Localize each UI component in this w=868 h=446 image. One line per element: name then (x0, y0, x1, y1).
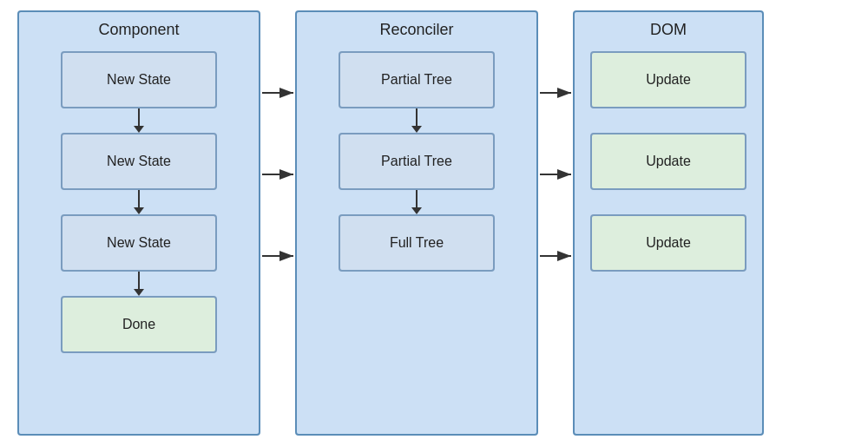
column-component: Component New State New State New State … (17, 10, 260, 436)
reconciler-arrow-1 (408, 108, 425, 133)
dom-title: DOM (650, 21, 687, 39)
column-reconciler: Reconciler Partial Tree Partial Tree Ful… (295, 10, 538, 436)
component-node-4: Done (61, 296, 217, 353)
component-node-2: New State (61, 133, 217, 190)
component-arrow-2 (130, 190, 148, 214)
component-title: Component (98, 21, 179, 39)
reconciler-node-3: Full Tree (339, 214, 495, 272)
component-node-1: New State (61, 51, 217, 108)
reconciler-node-1: Partial Tree (339, 51, 495, 108)
component-arrow-1 (130, 108, 148, 133)
column-dom: DOM Update Update Update (573, 10, 764, 436)
dom-node-2: Update (590, 133, 746, 190)
component-node-3: New State (61, 214, 217, 272)
reconciler-arrow-2 (408, 190, 425, 214)
reconciler-title: Reconciler (379, 21, 453, 39)
component-arrow-3 (130, 272, 148, 296)
diagram: Component New State New State New State … (17, 10, 851, 436)
dom-node-3: Update (590, 214, 746, 272)
reconciler-node-2: Partial Tree (339, 133, 495, 190)
dom-node-1: Update (590, 51, 746, 108)
